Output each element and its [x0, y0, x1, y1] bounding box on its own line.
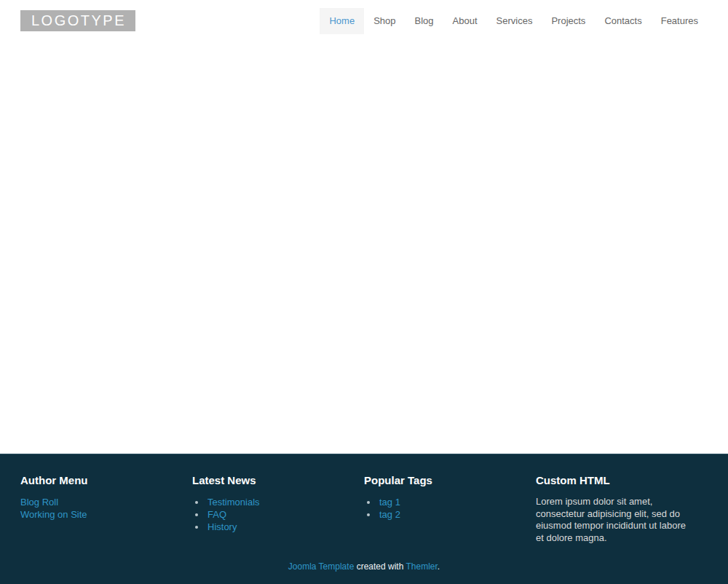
footer-link-history[interactable]: History [207, 521, 237, 532]
nav-item-features[interactable]: Features [652, 8, 708, 34]
footer-col-author-menu: Author Menu Blog Roll Working on Site [20, 475, 192, 544]
list-item: History [206, 521, 349, 533]
nav-item-blog[interactable]: Blog [405, 8, 443, 34]
footer-link-testimonials[interactable]: Testimonials [207, 497, 260, 508]
footer-link-tag-1[interactable]: tag 1 [379, 497, 400, 508]
list-item: tag 1 [378, 496, 521, 508]
list-item: FAQ [206, 508, 349, 521]
list-item: Testimonials [206, 496, 349, 508]
main-nav: Home Shop Blog About Services Projects C… [320, 8, 708, 34]
joomla-template-link[interactable]: Joomla Template [288, 561, 355, 572]
site-footer: Author Menu Blog Roll Working on Site La… [0, 454, 728, 584]
credit-text: created with [354, 561, 405, 572]
footer-link-faq[interactable]: FAQ [207, 509, 226, 520]
nav-item-contacts[interactable]: Contacts [595, 8, 651, 34]
nav-item-home[interactable]: Home [320, 8, 364, 34]
footer-heading-author-menu: Author Menu [20, 475, 178, 486]
list-item: Blog Roll [20, 496, 178, 508]
nav-item-projects[interactable]: Projects [542, 8, 595, 34]
footer-col-latest-news: Latest News Testimonials FAQ History [192, 475, 364, 544]
list-item: Working on Site [20, 508, 178, 521]
footer-link-tag-2[interactable]: tag 2 [379, 509, 400, 520]
footer-credit: Joomla Template created with Themler. [0, 561, 728, 572]
footer-col-custom-html: Custom HTML Lorem ipsum dolor sit amet, … [536, 475, 708, 544]
list-item: tag 2 [378, 508, 521, 521]
footer-heading-latest-news: Latest News [192, 475, 349, 486]
main-content [0, 44, 728, 454]
author-menu-list: Blog Roll Working on Site [20, 496, 178, 521]
footer-link-blog-roll[interactable]: Blog Roll [20, 497, 58, 508]
credit-period: . [438, 561, 440, 572]
site-logo[interactable]: LOGOTYPE [20, 10, 135, 31]
footer-heading-custom-html: Custom HTML [536, 475, 693, 486]
nav-item-services[interactable]: Services [487, 8, 542, 34]
footer-heading-popular-tags: Popular Tags [364, 475, 521, 486]
footer-link-working-on-site[interactable]: Working on Site [20, 509, 87, 520]
footer-columns: Author Menu Blog Roll Working on Site La… [20, 475, 708, 544]
custom-html-text: Lorem ipsum dolor sit amet, consectetur … [536, 496, 693, 544]
themler-link[interactable]: Themler [405, 561, 437, 572]
footer-col-popular-tags: Popular Tags tag 1 tag 2 [364, 475, 536, 544]
latest-news-list: Testimonials FAQ History [192, 496, 349, 533]
nav-item-shop[interactable]: Shop [364, 8, 405, 34]
nav-item-about[interactable]: About [443, 8, 487, 34]
site-header: LOGOTYPE Home Shop Blog About Services P… [0, 0, 728, 44]
popular-tags-list: tag 1 tag 2 [364, 496, 521, 521]
